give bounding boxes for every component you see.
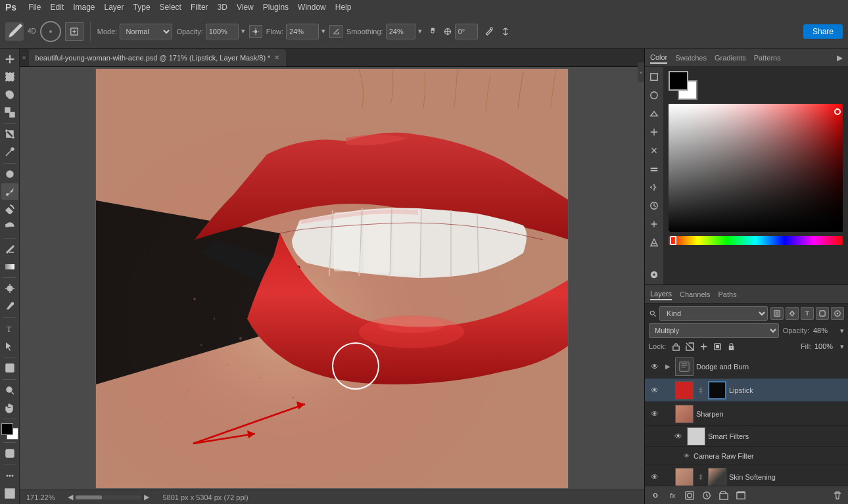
share-button[interactable]: Share	[803, 24, 843, 39]
color-gradient-area[interactable]	[669, 104, 843, 285]
symmetry-icon[interactable]	[499, 25, 512, 38]
more-tools[interactable]	[1, 468, 18, 484]
add-mask-icon[interactable]	[683, 489, 696, 502]
healing-brush-tool[interactable]	[1, 166, 18, 183]
layer-expand-1[interactable]: ▶	[663, 362, 672, 371]
lock-position-icon[interactable]	[697, 340, 709, 352]
angle-input[interactable]	[455, 24, 478, 39]
menu-layer[interactable]: Layer	[105, 3, 124, 12]
clone-stamp-tool[interactable]	[1, 201, 18, 218]
dodge-tool[interactable]	[1, 281, 18, 297]
move-tool[interactable]	[1, 51, 18, 68]
panel-icon-10[interactable]	[647, 235, 661, 250]
foreground-color-swatch[interactable]	[1, 423, 13, 435]
opacity-arrow[interactable]: ▾	[241, 27, 245, 35]
menu-plugins[interactable]: Plugins	[263, 3, 289, 12]
fg-bg-color-swatch[interactable]	[1, 423, 18, 440]
panel-icon-9[interactable]	[647, 217, 661, 231]
channels-tab[interactable]: Channels	[680, 289, 710, 300]
marquee-tool[interactable]	[1, 69, 18, 85]
lock-all-icon[interactable]	[725, 340, 737, 352]
filter-pixel-icon[interactable]	[770, 307, 784, 320]
color-tab[interactable]: Color	[650, 52, 667, 64]
delete-layer-icon[interactable]	[831, 489, 844, 502]
layer-sharpen[interactable]: 👁 Sharpen	[645, 402, 848, 426]
eyedropper-tool[interactable]	[1, 144, 18, 160]
canvas-image[interactable]	[95, 68, 569, 489]
lock-image-icon[interactable]	[684, 340, 695, 352]
history-brush-tool[interactable]	[1, 219, 18, 235]
erase-pressure-icon[interactable]	[329, 25, 342, 38]
add-link-icon[interactable]	[649, 489, 662, 502]
hand-tool[interactable]	[1, 400, 18, 416]
hue-slider[interactable]	[669, 236, 843, 245]
menu-file[interactable]: File	[28, 3, 41, 12]
eraser-tool[interactable]	[1, 241, 18, 258]
menu-select[interactable]: Select	[160, 3, 181, 12]
shape-tool[interactable]	[1, 360, 18, 377]
layer-camera-raw[interactable]: 👁 Camera Raw Filter	[645, 447, 848, 465]
panel-icon-3[interactable]	[647, 106, 661, 121]
lasso-tool[interactable]	[1, 87, 18, 103]
filter-type-icon[interactable]: T	[801, 307, 814, 320]
panel-icon-2[interactable]	[647, 88, 661, 103]
layer-opacity-input[interactable]	[813, 327, 836, 334]
type-tool[interactable]: T	[1, 320, 18, 336]
magic-wand-tool[interactable]	[1, 104, 18, 120]
layer-dodge-burn[interactable]: 👁 ▶ Dodge and Burn	[645, 355, 848, 378]
brush-tool-button[interactable]	[5, 22, 24, 41]
scroll-thumb[interactable]	[76, 495, 102, 499]
layer-visibility-toggle-1[interactable]: 👁	[649, 361, 661, 373]
foreground-color[interactable]	[669, 71, 688, 91]
airbrush-icon[interactable]	[249, 25, 262, 38]
zoom-tool[interactable]	[1, 382, 18, 399]
layer-visibility-toggle-5[interactable]: 👁	[649, 471, 661, 483]
menu-edit[interactable]: Edit	[50, 3, 64, 12]
gradient-tool[interactable]	[1, 258, 18, 275]
panel-icon-4[interactable]	[647, 125, 661, 139]
menu-3d[interactable]: 3D	[218, 3, 227, 12]
flow-arrow[interactable]: ▾	[321, 27, 325, 35]
document-tab[interactable]: beautiful-young-woman-with-acne.psd @ 17…	[29, 49, 287, 66]
screen-mode[interactable]	[1, 485, 18, 501]
create-layer-icon[interactable]	[734, 489, 747, 502]
menu-view[interactable]: View	[237, 3, 254, 12]
paths-tab[interactable]: Paths	[718, 289, 737, 300]
menu-window[interactable]: Window	[298, 3, 326, 12]
menu-filter[interactable]: Filter	[191, 3, 208, 12]
create-group-icon[interactable]	[717, 489, 730, 502]
filter-smart-icon[interactable]	[831, 307, 844, 320]
fill-input[interactable]	[814, 342, 837, 350]
saturation-brightness-picker[interactable]	[669, 104, 843, 232]
fill-chevron[interactable]: ▾	[840, 342, 844, 351]
tab-close-button[interactable]: ✕	[274, 54, 279, 61]
panel-icon-6[interactable]	[647, 162, 661, 176]
panel-icon-8[interactable]	[647, 198, 661, 213]
pen-tool[interactable]	[1, 298, 18, 315]
panel-icon-7[interactable]	[647, 180, 661, 195]
layers-tab[interactable]: Layers	[650, 288, 672, 300]
panel-icon-5[interactable]	[647, 143, 661, 158]
opacity-chevron[interactable]: ▾	[840, 327, 844, 335]
layer-visibility-toggle-3[interactable]: 👁	[649, 408, 661, 420]
quick-mask-mode[interactable]	[1, 446, 18, 462]
settings-icon[interactable]	[426, 25, 439, 38]
flow-input[interactable]	[286, 24, 319, 39]
brush-tool[interactable]	[1, 183, 18, 200]
brush-mode-icon[interactable]	[65, 22, 83, 41]
layer-vis-camera-raw[interactable]: 👁	[682, 451, 691, 461]
menu-help[interactable]: Help	[335, 3, 352, 12]
fx-icon[interactable]: fx	[666, 489, 679, 502]
layer-visibility-toggle-4[interactable]: 👁	[672, 430, 684, 442]
collapse-panels-icon[interactable]: «	[22, 54, 26, 61]
smoothing-arrow[interactable]: ▾	[418, 27, 422, 35]
layer-lipstick[interactable]: 👁 Lipstick	[645, 378, 848, 402]
panel-collapse-handle[interactable]: »	[638, 62, 644, 82]
canvas-container[interactable]	[20, 67, 644, 490]
layers-filter-select[interactable]: Kind	[659, 306, 768, 321]
play-icon[interactable]: ▶	[837, 53, 843, 62]
crop-tool[interactable]	[1, 126, 18, 143]
scroll-right-button[interactable]: ▶	[144, 493, 149, 501]
filter-shape-icon[interactable]	[816, 307, 829, 320]
layer-blend-mode-select[interactable]: Multiply	[649, 323, 779, 338]
